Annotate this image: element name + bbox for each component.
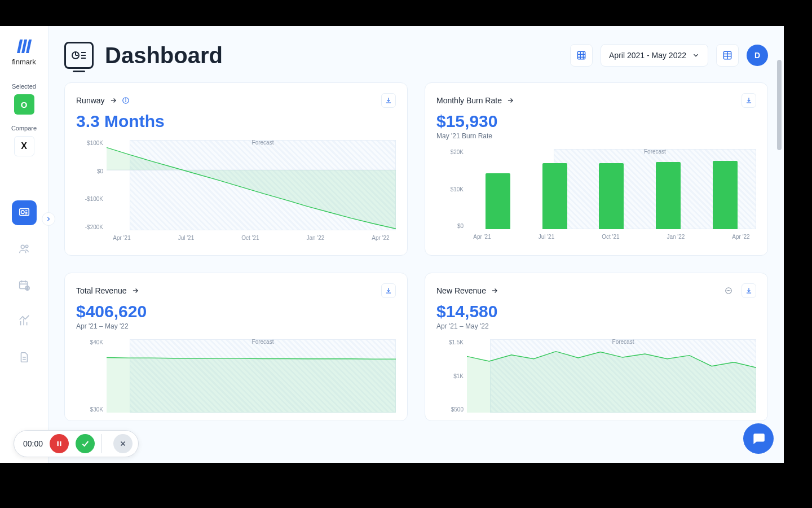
more-icon — [725, 287, 732, 295]
chart-burn: $20K$10K$0 Forecast Apr '21Jul '21Oct '2… — [436, 149, 756, 246]
card-new-revenue-title: New Revenue — [436, 286, 486, 295]
download-icon — [385, 287, 392, 295]
sidebar-expand-handle[interactable] — [42, 212, 55, 226]
bar — [656, 162, 681, 229]
recorder-pause-button[interactable] — [50, 434, 69, 453]
card-total-revenue-value: $406,620 — [76, 302, 396, 321]
bar — [713, 161, 738, 229]
selected-scenario-tile[interactable]: O — [14, 94, 34, 115]
svg-rect-0 — [17, 40, 23, 53]
nav-dashboard[interactable] — [12, 200, 37, 225]
chevron-down-icon — [692, 51, 700, 59]
svg-rect-58 — [60, 441, 61, 446]
download-icon — [385, 97, 392, 104]
arrow-right-icon — [491, 287, 498, 295]
page-title: Dashboard — [105, 43, 223, 68]
sidebar-compare-label: Compare — [11, 125, 37, 132]
sidebar-nav: $ — [12, 200, 37, 370]
chart-runway: $100K$0-$100K-$200K Forecast Apr '21Jul … — [76, 140, 396, 247]
svg-point-40 — [125, 99, 126, 99]
card-new-revenue: New Revenue $14,580 Apr '21 – May '22 — [425, 273, 768, 421]
card-runway-value: 3.3 Months — [76, 112, 396, 131]
sidebar: finmark Selected O Compare X $ — [0, 26, 48, 463]
card-new-revenue-value: $14,580 — [436, 302, 756, 321]
nav-reports[interactable] — [12, 309, 37, 334]
header: Dashboard April 2021 - May 2022 D — [64, 42, 768, 69]
brand-name: finmark — [12, 58, 36, 66]
screen-recorder: 00:00 — [14, 430, 139, 457]
card-burn-title: Monthly Burn Rate — [436, 96, 502, 105]
recorder-cancel-button[interactable] — [113, 434, 133, 453]
grid-view-button[interactable] — [570, 44, 593, 67]
main-content: Dashboard April 2021 - May 2022 D — [48, 26, 784, 463]
card-total-revenue-subtitle: Apr '21 – May '22 — [76, 322, 396, 330]
card-total-revenue: Total Revenue $406,620 Apr '21 – May '22… — [64, 273, 408, 421]
date-range-picker[interactable]: April 2021 - May 2022 — [601, 44, 708, 67]
recorder-time: 00:00 — [23, 439, 43, 448]
svg-point-53 — [729, 291, 729, 291]
recorder-confirm-button[interactable] — [76, 434, 95, 453]
card-burn: Monthly Burn Rate $15,930 May '21 Burn R… — [425, 82, 768, 256]
card-new-revenue-subtitle: Apr '21 – May '22 — [436, 322, 756, 330]
svg-point-4 — [21, 211, 24, 214]
arrow-right-icon — [109, 97, 117, 104]
card-runway-title: Runway — [76, 96, 105, 105]
svg-rect-28 — [577, 51, 585, 59]
chat-icon — [751, 431, 766, 446]
grid-icon — [576, 50, 587, 61]
card-total-revenue-title-link[interactable]: Total Revenue — [76, 286, 139, 295]
chat-widget-button[interactable] — [743, 423, 774, 454]
svg-point-54 — [730, 291, 730, 291]
check-icon — [81, 439, 90, 448]
card-runway: Runway 3.3 Months $100K$0-$100K-$200K — [64, 82, 408, 256]
svg-text:$: $ — [26, 287, 28, 290]
download-icon — [745, 97, 753, 104]
columns-button[interactable] — [716, 44, 739, 67]
compare-scenario-tile[interactable]: X — [14, 136, 34, 156]
card-total-revenue-download[interactable] — [381, 283, 396, 298]
brand-logo-mark — [15, 37, 33, 55]
card-new-revenue-title-link[interactable]: New Revenue — [436, 286, 498, 295]
brand-logo[interactable]: finmark — [12, 37, 36, 66]
arrow-right-icon — [506, 97, 514, 104]
download-icon — [745, 287, 753, 295]
bar — [599, 163, 624, 229]
nav-people[interactable] — [12, 237, 37, 261]
card-burn-value: $15,930 — [436, 112, 756, 131]
nav-calendar-money[interactable]: $ — [12, 273, 37, 297]
columns-icon — [722, 50, 733, 61]
svg-point-10 — [25, 245, 28, 247]
scrollbar-thumb[interactable] — [777, 60, 782, 150]
chart-new-revenue: $1.5K$1K$500 Forecast — [436, 339, 756, 413]
nav-documents[interactable] — [12, 345, 37, 370]
chart-total-revenue: $40K$30K Forecast — [76, 339, 396, 413]
svg-rect-57 — [58, 441, 59, 446]
card-burn-title-link[interactable]: Monthly Burn Rate — [436, 96, 514, 105]
card-total-revenue-title: Total Revenue — [76, 286, 127, 295]
card-new-revenue-more[interactable] — [721, 283, 736, 298]
card-burn-subtitle: May '21 Burn Rate — [436, 132, 756, 140]
arrow-right-icon — [131, 287, 139, 295]
pause-icon — [55, 440, 63, 448]
user-avatar[interactable]: D — [747, 45, 768, 66]
card-new-revenue-download[interactable] — [742, 283, 756, 298]
chevron-right-icon — [45, 216, 52, 222]
card-burn-download[interactable] — [742, 93, 756, 108]
card-runway-title-link[interactable]: Runway — [76, 96, 130, 105]
svg-point-9 — [21, 245, 24, 248]
svg-rect-2 — [26, 40, 32, 53]
card-runway-download[interactable] — [381, 93, 396, 108]
svg-point-52 — [727, 291, 727, 291]
date-range-label: April 2021 - May 2022 — [609, 51, 686, 60]
svg-rect-1 — [21, 40, 27, 53]
bar — [486, 173, 510, 229]
sidebar-selected-label: Selected — [12, 83, 36, 90]
bar — [542, 163, 567, 229]
info-icon[interactable] — [122, 97, 130, 104]
dashboard-header-icon — [64, 42, 94, 69]
close-icon — [119, 440, 127, 448]
